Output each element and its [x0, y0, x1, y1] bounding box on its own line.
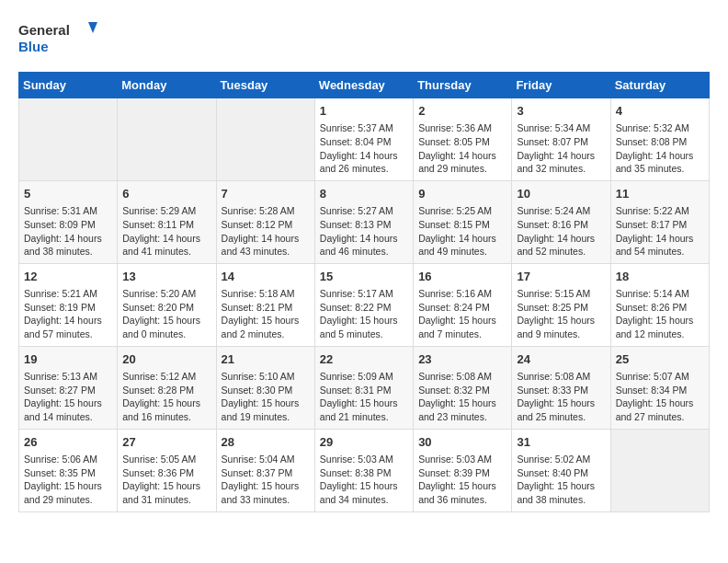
calendar-cell: 25Sunrise: 5:07 AMSunset: 8:34 PMDayligh… — [610, 346, 709, 429]
day-number: 31 — [517, 434, 605, 451]
day-info: Sunrise: 5:29 AMSunset: 8:11 PMDaylight:… — [122, 204, 210, 259]
calendar-cell: 15Sunrise: 5:17 AMSunset: 8:22 PMDayligh… — [314, 263, 413, 346]
day-info: Sunrise: 5:28 AMSunset: 8:12 PMDaylight:… — [222, 204, 310, 259]
day-info: Sunrise: 5:09 AMSunset: 8:31 PMDaylight:… — [320, 370, 408, 424]
day-number: 12 — [24, 269, 112, 285]
day-number: 19 — [24, 351, 112, 368]
calendar-cell: 17Sunrise: 5:15 AMSunset: 8:25 PMDayligh… — [512, 263, 610, 346]
calendar-cell: 28Sunrise: 5:04 AMSunset: 8:37 PMDayligh… — [216, 429, 314, 511]
day-number: 7 — [222, 186, 310, 202]
day-info: Sunrise: 5:34 AMSunset: 8:07 PMDaylight:… — [517, 121, 605, 176]
day-info: Sunrise: 5:14 AMSunset: 8:26 PMDaylight:… — [616, 287, 704, 341]
calendar-week-5: 26Sunrise: 5:06 AMSunset: 8:35 PMDayligh… — [19, 429, 710, 511]
calendar-cell: 26Sunrise: 5:06 AMSunset: 8:35 PMDayligh… — [19, 429, 118, 511]
page-header: General Blue — [18, 18, 710, 57]
day-number: 23 — [418, 351, 506, 368]
day-info: Sunrise: 5:36 AMSunset: 8:05 PMDaylight:… — [418, 121, 506, 176]
day-info: Sunrise: 5:03 AMSunset: 8:38 PMDaylight:… — [320, 453, 408, 507]
day-number: 4 — [616, 103, 704, 120]
calendar-cell: 22Sunrise: 5:09 AMSunset: 8:31 PMDayligh… — [314, 346, 413, 429]
day-number: 16 — [418, 269, 506, 285]
day-number: 18 — [616, 269, 704, 285]
svg-text:General: General — [18, 22, 70, 38]
day-number: 29 — [320, 434, 408, 451]
day-number: 8 — [320, 186, 408, 202]
day-info: Sunrise: 5:04 AMSunset: 8:37 PMDaylight:… — [222, 453, 310, 507]
calendar-cell: 23Sunrise: 5:08 AMSunset: 8:32 PMDayligh… — [414, 346, 512, 429]
calendar-cell: 29Sunrise: 5:03 AMSunset: 8:38 PMDayligh… — [314, 429, 413, 511]
calendar-cell — [118, 98, 216, 181]
weekday-header-friday: Friday — [512, 73, 610, 98]
day-number: 3 — [517, 103, 605, 120]
day-info: Sunrise: 5:24 AMSunset: 8:16 PMDaylight:… — [517, 204, 605, 259]
day-info: Sunrise: 5:10 AMSunset: 8:30 PMDaylight:… — [222, 370, 310, 424]
day-info: Sunrise: 5:08 AMSunset: 8:32 PMDaylight:… — [418, 370, 506, 424]
day-number: 1 — [320, 103, 408, 120]
calendar-cell: 1Sunrise: 5:37 AMSunset: 8:04 PMDaylight… — [314, 98, 413, 181]
day-info: Sunrise: 5:02 AMSunset: 8:40 PMDaylight:… — [517, 453, 605, 507]
day-number: 30 — [418, 434, 506, 451]
day-info: Sunrise: 5:20 AMSunset: 8:20 PMDaylight:… — [122, 287, 210, 341]
calendar-week-4: 19Sunrise: 5:13 AMSunset: 8:27 PMDayligh… — [19, 346, 710, 429]
calendar-cell: 30Sunrise: 5:03 AMSunset: 8:39 PMDayligh… — [414, 429, 512, 511]
weekday-header-sunday: Sunday — [19, 73, 118, 98]
calendar-cell: 8Sunrise: 5:27 AMSunset: 8:13 PMDaylight… — [314, 180, 413, 263]
day-number: 2 — [418, 103, 506, 120]
day-number: 22 — [320, 351, 408, 368]
calendar-cell: 3Sunrise: 5:34 AMSunset: 8:07 PMDaylight… — [512, 98, 610, 181]
day-info: Sunrise: 5:17 AMSunset: 8:22 PMDaylight:… — [320, 287, 408, 341]
calendar-cell: 21Sunrise: 5:10 AMSunset: 8:30 PMDayligh… — [216, 346, 314, 429]
calendar-cell: 10Sunrise: 5:24 AMSunset: 8:16 PMDayligh… — [512, 180, 610, 263]
calendar-cell: 12Sunrise: 5:21 AMSunset: 8:19 PMDayligh… — [19, 263, 118, 346]
day-info: Sunrise: 5:13 AMSunset: 8:27 PMDaylight:… — [24, 370, 112, 424]
day-number: 10 — [517, 186, 605, 202]
calendar-cell: 9Sunrise: 5:25 AMSunset: 8:15 PMDaylight… — [414, 180, 512, 263]
day-info: Sunrise: 5:18 AMSunset: 8:21 PMDaylight:… — [222, 287, 310, 341]
calendar-cell: 11Sunrise: 5:22 AMSunset: 8:17 PMDayligh… — [610, 180, 709, 263]
day-number: 14 — [222, 269, 310, 285]
day-number: 27 — [122, 434, 210, 451]
calendar-cell: 20Sunrise: 5:12 AMSunset: 8:28 PMDayligh… — [118, 346, 216, 429]
day-info: Sunrise: 5:31 AMSunset: 8:09 PMDaylight:… — [24, 204, 112, 259]
weekday-header-monday: Monday — [118, 73, 216, 98]
day-number: 24 — [517, 351, 605, 368]
day-number: 17 — [517, 269, 605, 285]
weekday-header-saturday: Saturday — [610, 73, 709, 98]
day-info: Sunrise: 5:21 AMSunset: 8:19 PMDaylight:… — [24, 287, 112, 341]
day-number: 5 — [24, 186, 112, 202]
day-number: 21 — [222, 351, 310, 368]
day-info: Sunrise: 5:15 AMSunset: 8:25 PMDaylight:… — [517, 287, 605, 341]
day-info: Sunrise: 5:05 AMSunset: 8:36 PMDaylight:… — [122, 453, 210, 507]
weekday-header-wednesday: Wednesday — [314, 73, 413, 98]
calendar-cell: 27Sunrise: 5:05 AMSunset: 8:36 PMDayligh… — [118, 429, 216, 511]
day-info: Sunrise: 5:32 AMSunset: 8:08 PMDaylight:… — [616, 121, 704, 176]
day-number: 28 — [222, 434, 310, 451]
weekday-header-thursday: Thursday — [414, 73, 512, 98]
calendar-cell: 6Sunrise: 5:29 AMSunset: 8:11 PMDaylight… — [118, 180, 216, 263]
day-info: Sunrise: 5:03 AMSunset: 8:39 PMDaylight:… — [418, 453, 506, 507]
calendar-cell: 31Sunrise: 5:02 AMSunset: 8:40 PMDayligh… — [512, 429, 610, 511]
day-info: Sunrise: 5:06 AMSunset: 8:35 PMDaylight:… — [24, 453, 112, 507]
calendar-cell: 16Sunrise: 5:16 AMSunset: 8:24 PMDayligh… — [414, 263, 512, 346]
day-info: Sunrise: 5:22 AMSunset: 8:17 PMDaylight:… — [616, 204, 704, 259]
calendar-cell: 2Sunrise: 5:36 AMSunset: 8:05 PMDaylight… — [414, 98, 512, 181]
calendar-week-3: 12Sunrise: 5:21 AMSunset: 8:19 PMDayligh… — [19, 263, 710, 346]
svg-marker-1 — [88, 22, 97, 33]
calendar-week-1: 1Sunrise: 5:37 AMSunset: 8:04 PMDaylight… — [19, 98, 710, 181]
day-info: Sunrise: 5:16 AMSunset: 8:24 PMDaylight:… — [418, 287, 506, 341]
calendar-cell: 18Sunrise: 5:14 AMSunset: 8:26 PMDayligh… — [610, 263, 709, 346]
logo: General Blue — [18, 18, 101, 57]
calendar-cell — [19, 98, 118, 181]
logo-svg: General Blue — [18, 18, 101, 57]
calendar-cell — [610, 429, 709, 511]
svg-text:Blue: Blue — [18, 39, 49, 54]
calendar-cell: 14Sunrise: 5:18 AMSunset: 8:21 PMDayligh… — [216, 263, 314, 346]
calendar-cell: 4Sunrise: 5:32 AMSunset: 8:08 PMDaylight… — [610, 98, 709, 181]
weekday-header-row: SundayMondayTuesdayWednesdayThursdayFrid… — [19, 73, 710, 98]
calendar-cell: 13Sunrise: 5:20 AMSunset: 8:20 PMDayligh… — [118, 263, 216, 346]
weekday-header-tuesday: Tuesday — [216, 73, 314, 98]
day-number: 20 — [122, 351, 210, 368]
day-info: Sunrise: 5:27 AMSunset: 8:13 PMDaylight:… — [320, 204, 408, 259]
day-number: 13 — [122, 269, 210, 285]
calendar-cell: 19Sunrise: 5:13 AMSunset: 8:27 PMDayligh… — [19, 346, 118, 429]
